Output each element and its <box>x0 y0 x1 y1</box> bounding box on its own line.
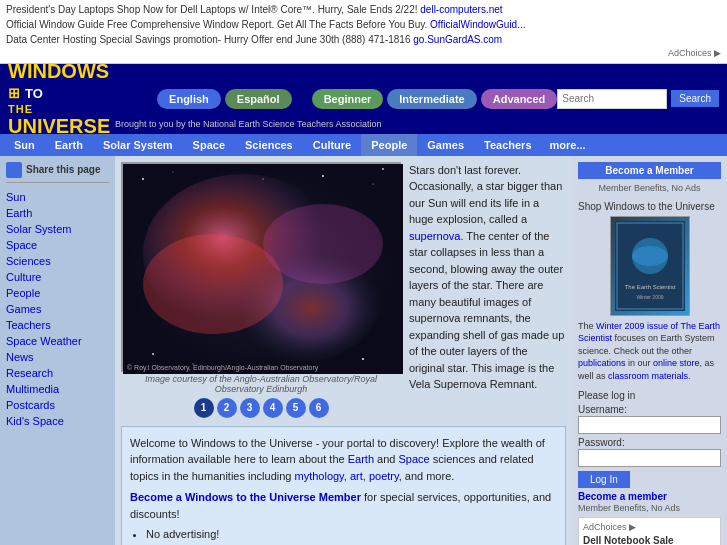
ad-line1-text: President's Day Laptops Shop Now for Del… <box>6 4 418 15</box>
supernova-link[interactable]: supernova <box>409 230 460 242</box>
search-button[interactable]: Search <box>671 90 719 107</box>
password-input[interactable] <box>578 449 721 467</box>
sidebar-solar-system[interactable]: Solar System <box>6 221 109 237</box>
svg-text:Winter 2009: Winter 2009 <box>636 294 663 300</box>
sidebar-sun[interactable]: Sun <box>6 189 109 205</box>
feature-image: © Roy.l Observatory, Edinburgh/Anglo-Aus… <box>121 162 401 372</box>
no-ads-label: Member Benefits, No Ads <box>578 503 680 513</box>
space-link[interactable]: Space <box>398 453 429 465</box>
page-6-button[interactable]: 6 <box>309 398 329 418</box>
svg-point-13 <box>362 358 364 360</box>
username-label: Username: <box>578 404 721 415</box>
content-wrapper: Share this page Sun Earth Solar System S… <box>0 156 727 546</box>
share-header: Share this page <box>6 162 109 183</box>
beginner-button[interactable]: Beginner <box>312 89 384 109</box>
ad-line2-link[interactable]: OfficialWindowGuid... <box>430 19 525 30</box>
sidebar-games[interactable]: Games <box>6 301 109 317</box>
svg-point-7 <box>322 175 324 177</box>
logo-universe: UNIVERSE <box>8 115 125 137</box>
main-content: © Roy.l Observatory, Edinburgh/Anglo-Aus… <box>115 156 572 546</box>
sidebar-people[interactable]: People <box>6 285 109 301</box>
ad-line3-link[interactable]: go.SunGardAS.com <box>413 34 502 45</box>
poetry-link[interactable]: poetry <box>369 470 399 482</box>
sidebar-culture[interactable]: Culture <box>6 269 109 285</box>
site-logo: WINDOWS ⊞ TO THE UNIVERSE <box>8 60 125 137</box>
page-2-button[interactable]: 2 <box>217 398 237 418</box>
page-4-button[interactable]: 4 <box>263 398 283 418</box>
online-store-link[interactable]: online store <box>653 358 700 368</box>
nav-space[interactable]: Space <box>183 134 235 156</box>
classroom-materials-link[interactable]: classroom materials <box>608 371 688 381</box>
sidebar-space-weather[interactable]: Space Weather <box>6 333 109 349</box>
adchoices-label[interactable]: AdChoices ▶ <box>668 48 721 58</box>
member-benefits-list: No advertising! Personalize your experie… <box>146 526 557 545</box>
magazine-description: The Winter 2009 issue of The Earth Scien… <box>578 320 721 383</box>
tagline: Brought to you by the National Earth Sci… <box>115 117 382 129</box>
svg-point-8 <box>373 183 374 184</box>
sidebar-teachers[interactable]: Teachers <box>6 317 109 333</box>
nav-teachers[interactable]: Teachers <box>474 134 542 156</box>
login-button[interactable]: Log In <box>578 471 630 488</box>
become-member-header[interactable]: Become a Member <box>578 162 721 179</box>
page-3-button[interactable]: 3 <box>240 398 260 418</box>
svg-point-6 <box>173 171 174 172</box>
publications-link[interactable]: publications <box>578 358 626 368</box>
nebula-svg: © Roy.l Observatory, Edinburgh/Anglo-Aus… <box>123 164 403 374</box>
language-selector: English Español <box>157 89 292 109</box>
ad-line2-text: Official Window Guide Free Comprehensive… <box>6 19 427 30</box>
become-member-section: Become a Member Member Benefits, No Ads <box>578 162 721 193</box>
advanced-button[interactable]: Advanced <box>481 89 558 109</box>
sidebar-space[interactable]: Space <box>6 237 109 253</box>
svg-point-11 <box>152 353 154 355</box>
username-input[interactable] <box>578 416 721 434</box>
search-area: Search <box>557 89 719 109</box>
nav-games[interactable]: Games <box>417 134 474 156</box>
share-icon <box>6 162 22 178</box>
nav-culture[interactable]: Culture <box>303 134 362 156</box>
feature-text: Stars don't last forever. Occasionally, … <box>409 162 566 418</box>
sidebar-kids-space[interactable]: Kid's Space <box>6 413 109 429</box>
adchoices-right-label[interactable]: AdChoices ▶ <box>583 522 716 532</box>
magazine-link[interactable]: Winter 2009 issue of The Earth Scientist <box>578 321 720 344</box>
nav-people[interactable]: People <box>361 134 417 156</box>
page-1-button[interactable]: 1 <box>194 398 214 418</box>
mythology-link[interactable]: mythology <box>294 470 343 482</box>
sidebar-research[interactable]: Research <box>6 365 109 381</box>
sidebar-postcards[interactable]: Postcards <box>6 397 109 413</box>
intermediate-button[interactable]: Intermediate <box>387 89 476 109</box>
page-5-button[interactable]: 5 <box>286 398 306 418</box>
please-login-label: Please log in <box>578 390 721 401</box>
espanol-button[interactable]: Español <box>225 89 292 109</box>
become-member-link[interactable]: Become a Windows to the Universe Member <box>130 491 361 503</box>
search-input[interactable] <box>557 89 667 109</box>
earth-link[interactable]: Earth <box>348 453 374 465</box>
nav-more[interactable]: more... <box>542 134 594 156</box>
feature-image-container: © Roy.l Observatory, Edinburgh/Anglo-Aus… <box>121 162 401 418</box>
sidebar-earth[interactable]: Earth <box>6 205 109 221</box>
ad-line1-link[interactable]: dell-computers.net <box>420 4 502 15</box>
sidebar-news[interactable]: News <box>6 349 109 365</box>
header: WINDOWS ⊞ TO THE UNIVERSE English Españo… <box>0 64 727 134</box>
art-link[interactable]: art <box>350 470 363 482</box>
become-member-right-link[interactable]: Become a member <box>578 491 721 502</box>
english-button[interactable]: English <box>157 89 221 109</box>
nav-sciences[interactable]: Sciences <box>235 134 303 156</box>
shop-header: Shop Windows to the Universe <box>578 201 721 212</box>
left-sidebar: Share this page Sun Earth Solar System S… <box>0 156 115 546</box>
sidebar-multimedia[interactable]: Multimedia <box>6 381 109 397</box>
right-sidebar: Become a Member Member Benefits, No Ads … <box>572 156 727 546</box>
magazine-svg: The Earth Scientist Winter 2009 <box>615 221 685 311</box>
svg-point-10 <box>263 178 264 179</box>
magazine-image: The Earth Scientist Winter 2009 <box>610 216 690 316</box>
logo-to: TO <box>25 86 43 101</box>
sidebar-sciences[interactable]: Sciences <box>6 253 109 269</box>
login-section: Please log in Username: Password: Log In… <box>578 390 721 513</box>
svg-text:The Earth Scientist: The Earth Scientist <box>624 284 675 290</box>
svg-point-3 <box>143 234 283 334</box>
svg-text:© Roy.l Observatory, Edinburgh: © Roy.l Observatory, Edinburgh/Anglo-Aus… <box>127 364 319 372</box>
ad-title: Dell Notebook Sale <box>583 535 716 545</box>
right-ad-section: AdChoices ▶ Dell Notebook Sale Hurry & S… <box>578 517 721 545</box>
logo-the: THE <box>8 103 125 115</box>
feature-section: © Roy.l Observatory, Edinburgh/Anglo-Aus… <box>121 162 566 418</box>
logo-windows: WINDOWS <box>8 60 109 82</box>
